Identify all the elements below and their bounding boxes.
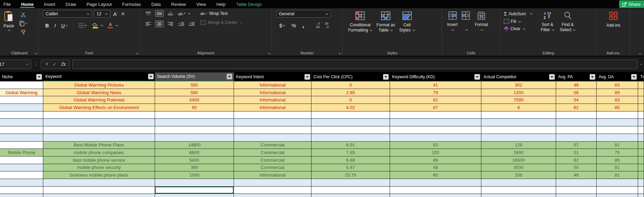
autosum-button[interactable]: Σ AutoSum xyxy=(504,11,533,17)
cell-niche[interactable] xyxy=(0,171,43,179)
column-header-trend[interactable]: Tre xyxy=(638,72,644,81)
cell-keyword[interactable] xyxy=(43,179,155,187)
cell-intent[interactable] xyxy=(234,111,311,119)
cell-da[interactable] xyxy=(597,119,638,126)
fill-handle[interactable] xyxy=(232,192,234,194)
cell-kd[interactable] xyxy=(390,194,481,197)
confirm-entry-icon[interactable]: ✓ xyxy=(53,61,57,67)
cell-pa[interactable]: 57 xyxy=(556,142,597,149)
cell-niche[interactable] xyxy=(0,156,43,164)
cell-trend[interactable] xyxy=(638,164,644,172)
cell-cpc[interactable] xyxy=(311,134,390,142)
clipboard-dialog-launcher[interactable]: ↘ xyxy=(34,52,37,55)
paste-button[interactable]: Paste xyxy=(2,10,16,36)
cell-cpc[interactable]: 5.47 xyxy=(311,164,390,172)
cell-cpc[interactable]: 6.88 xyxy=(311,156,390,164)
cell-niche[interactable] xyxy=(0,111,43,119)
cell-keyword[interactable]: Global Warming Effects on Environment xyxy=(43,104,155,111)
cell-intent[interactable] xyxy=(234,194,311,197)
cell-cpc[interactable] xyxy=(311,194,390,197)
cell-keyword[interactable]: Global Warming Potential xyxy=(43,96,155,104)
column-header-keyword[interactable]: Keyword xyxy=(43,72,155,81)
cell-sv[interactable]: 5400 xyxy=(155,156,234,164)
cell-styles-button[interactable]: CellStyles xyxy=(397,10,417,50)
cell-niche[interactable] xyxy=(0,134,43,142)
format-as-table-button[interactable]: Format asTable xyxy=(374,10,397,50)
tab-formulas[interactable]: Formulas xyxy=(117,0,146,8)
cell-keyword[interactable] xyxy=(43,126,155,134)
underline-button[interactable]: U xyxy=(60,22,69,29)
column-header-cpc[interactable]: Cost Per Click (CPC) xyxy=(311,72,390,81)
cell-da[interactable]: 85 xyxy=(597,104,638,111)
cell-competitor[interactable] xyxy=(481,187,556,194)
cell-sv[interactable] xyxy=(155,179,234,187)
cell-da[interactable]: 89 xyxy=(597,89,638,97)
cell-competitor[interactable] xyxy=(481,111,556,119)
cell-da[interactable]: 83 xyxy=(597,81,638,89)
column-header-niche[interactable]: Niche xyxy=(0,72,43,81)
cell-cpc[interactable] xyxy=(311,111,390,119)
font-color-button[interactable]: A xyxy=(107,22,114,29)
cell-da[interactable]: 85 xyxy=(597,156,638,164)
number-dialog-launcher[interactable]: ↘ xyxy=(338,52,341,55)
cell-cpc[interactable]: 0 xyxy=(311,96,390,104)
cell-pa[interactable]: 46 xyxy=(556,81,597,89)
formula-input[interactable] xyxy=(72,60,638,69)
font-dialog-launcher[interactable]: ↘ xyxy=(135,52,138,55)
fill-button[interactable]: ↓ Fill xyxy=(504,19,533,24)
cell-pa[interactable]: 50 xyxy=(556,164,597,172)
cell-da[interactable]: 81 xyxy=(597,164,638,172)
cell-competitor[interactable]: 2690 xyxy=(481,149,556,156)
filter-icon-da[interactable] xyxy=(631,74,637,80)
cell-keyword[interactable]: Global Warming News xyxy=(43,89,155,97)
tab-table-design[interactable]: Table Design xyxy=(231,0,267,8)
cell-cpc[interactable] xyxy=(311,179,390,187)
cell-intent[interactable]: Informational xyxy=(234,81,311,89)
format-cells-button[interactable]: Format xyxy=(473,10,490,50)
cell-sv[interactable]: 14800 xyxy=(155,142,234,149)
cell-intent[interactable]: Informational xyxy=(234,96,311,104)
align-middle-button[interactable] xyxy=(155,10,164,17)
selected-cell[interactable] xyxy=(155,187,234,194)
cell-sv[interactable] xyxy=(155,111,234,119)
cell-trend[interactable] xyxy=(638,156,644,164)
cell-da[interactable] xyxy=(597,126,638,134)
cell-competitor[interactable] xyxy=(481,179,556,187)
cell-sv[interactable]: 390 xyxy=(155,164,234,172)
cell-trend[interactable] xyxy=(638,134,644,142)
cell-competitor[interactable]: 129 xyxy=(481,142,556,149)
cell-pa[interactable] xyxy=(556,179,597,187)
column-header-kd[interactable]: Keyword Difficulty (KD) xyxy=(390,72,481,81)
cell-cpc[interactable] xyxy=(311,119,390,126)
shrink-font-button[interactable]: Aˇ xyxy=(120,11,126,17)
cell-competitor[interactable] xyxy=(481,134,556,142)
cell-kd[interactable] xyxy=(390,111,481,119)
cell-kd[interactable] xyxy=(390,179,481,187)
cell-intent[interactable]: Commercial xyxy=(234,149,311,156)
addins-button[interactable]: Add-ins xyxy=(599,10,628,29)
cell-keyword[interactable] xyxy=(43,134,155,142)
cell-keyword[interactable]: Best Mobile Phone Plans xyxy=(43,142,155,149)
cell-da[interactable]: 81 xyxy=(597,171,638,179)
cell-competitor[interactable]: 16500 xyxy=(481,156,556,164)
cell-da[interactable] xyxy=(597,187,638,194)
column-header-sv[interactable]: Search Volume (SV) xyxy=(155,72,234,81)
cell-pa[interactable]: 51 xyxy=(556,149,597,156)
cell-kd[interactable]: 48 xyxy=(390,164,481,172)
cell-keyword[interactable]: business mobile phone plans xyxy=(43,171,155,179)
cell-pa[interactable] xyxy=(556,126,597,134)
cell-kd[interactable] xyxy=(390,126,481,134)
filter-icon-keyword[interactable] xyxy=(148,74,154,79)
cell-kd[interactable]: 79 xyxy=(390,89,481,97)
cell-keyword[interactable] xyxy=(43,119,155,126)
menu-file[interactable]: File xyxy=(0,0,16,8)
cell-pa[interactable] xyxy=(556,134,597,142)
cell-cpc[interactable]: 6.91 xyxy=(311,142,390,149)
cell-intent[interactable]: Commercial xyxy=(234,156,311,164)
cell-kd[interactable] xyxy=(390,187,481,194)
insert-cells-button[interactable]: Insert xyxy=(445,10,460,50)
format-painter-button[interactable] xyxy=(18,29,28,36)
column-header-competitor[interactable]: Actual Competitor xyxy=(481,72,556,81)
cell-competitor[interactable] xyxy=(481,126,556,134)
number-format-select[interactable]: General xyxy=(276,10,331,18)
